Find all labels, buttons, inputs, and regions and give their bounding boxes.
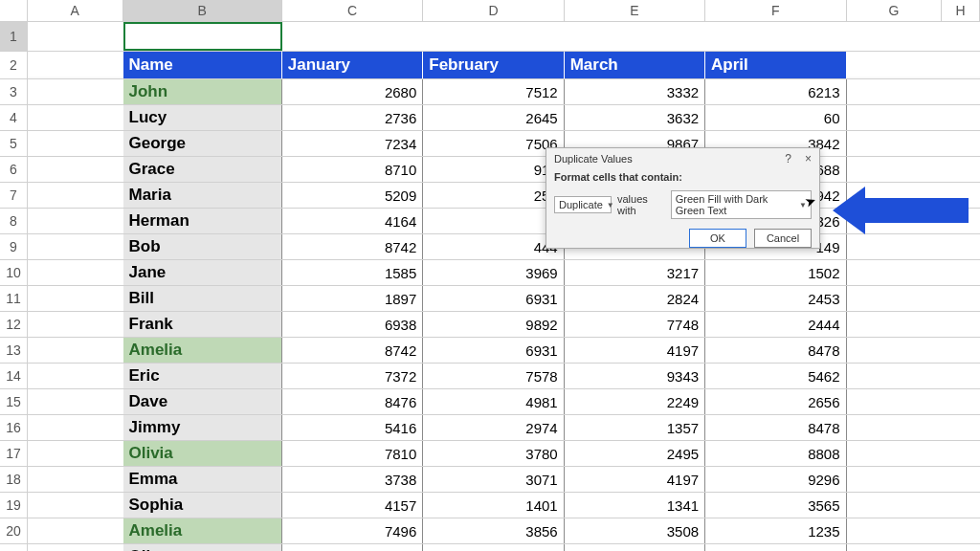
data-cell[interactable]: 4981 <box>423 389 564 414</box>
header-feb[interactable]: February <box>423 52 564 78</box>
cell[interactable] <box>847 234 943 259</box>
data-cell[interactable]: 7748 <box>565 312 705 337</box>
row-header[interactable]: 10 <box>0 260 28 285</box>
cell[interactable] <box>942 493 980 518</box>
cell[interactable] <box>28 183 123 208</box>
data-cell[interactable]: 9296 <box>705 467 846 492</box>
name-cell[interactable]: Bob <box>123 234 282 259</box>
cell[interactable] <box>28 364 123 388</box>
row-header[interactable]: 21 <box>0 544 28 551</box>
cell[interactable] <box>847 157 943 182</box>
cell[interactable] <box>847 338 943 363</box>
data-cell[interactable]: 2761 <box>705 544 846 551</box>
data-cell[interactable]: 2249 <box>565 389 705 414</box>
name-cell[interactable]: Lucy <box>123 105 282 130</box>
row-header[interactable]: 7 <box>0 183 28 208</box>
data-cell[interactable]: 910 <box>423 157 564 182</box>
row-header[interactable]: 19 <box>0 493 28 518</box>
name-cell[interactable]: George <box>123 131 282 156</box>
data-cell[interactable]: 2824 <box>565 286 705 311</box>
data-cell[interactable]: 3332 <box>565 79 705 104</box>
cell[interactable] <box>942 234 980 259</box>
data-cell[interactable]: 8808 <box>705 441 846 466</box>
cell[interactable] <box>28 389 123 414</box>
data-cell[interactable]: 4197 <box>565 338 705 363</box>
data-cell[interactable]: 3508 <box>565 518 705 543</box>
cell[interactable] <box>847 389 943 414</box>
cell[interactable] <box>942 389 980 414</box>
cell[interactable] <box>847 493 943 518</box>
ok-button[interactable]: OK <box>689 229 746 248</box>
data-cell[interactable]: 2453 <box>705 286 846 311</box>
row-header[interactable]: 8 <box>0 209 28 233</box>
data-cell[interactable]: 1357 <box>565 415 705 440</box>
cell[interactable] <box>847 415 943 440</box>
data-cell[interactable]: 3738 <box>282 467 423 492</box>
cell[interactable] <box>847 518 943 543</box>
cell[interactable] <box>942 364 980 388</box>
cell[interactable] <box>942 157 980 182</box>
format-dropdown[interactable]: Green Fill with Dark Green Text ▼ ➤ <box>671 190 812 219</box>
cell[interactable] <box>847 441 943 466</box>
col-header-B[interactable]: B <box>123 0 282 21</box>
row-header[interactable]: 20 <box>0 518 28 543</box>
data-cell[interactable]: 2495 <box>565 441 705 466</box>
cell[interactable] <box>942 338 980 363</box>
name-cell[interactable]: Olivia <box>123 441 282 466</box>
data-cell[interactable]: 9710 <box>282 544 423 551</box>
data-cell[interactable]: 6213 <box>705 79 846 104</box>
row-header-1[interactable]: 1 <box>0 22 28 51</box>
cell[interactable] <box>28 312 123 337</box>
cell[interactable] <box>28 338 123 363</box>
cell-H2[interactable] <box>942 52 980 77</box>
data-cell[interactable]: 4164 <box>282 209 423 233</box>
cell-G2[interactable] <box>847 52 943 77</box>
data-cell[interactable]: 444 <box>423 234 564 259</box>
header-apr[interactable]: April <box>705 52 846 78</box>
name-cell[interactable]: Oliver <box>123 544 282 551</box>
cell[interactable] <box>942 79 980 104</box>
data-cell[interactable]: 7372 <box>282 364 423 388</box>
row-header[interactable]: 16 <box>0 415 28 440</box>
data-cell[interactable]: 3780 <box>423 441 564 466</box>
data-cell[interactable]: 3969 <box>423 260 564 285</box>
cell-B1-selected[interactable] <box>123 22 282 51</box>
dialog-titlebar[interactable]: Duplicate Values ? × <box>546 148 819 169</box>
data-cell[interactable]: 1585 <box>282 260 423 285</box>
data-cell[interactable]: 5209 <box>282 183 423 208</box>
cell[interactable] <box>847 79 943 104</box>
name-cell[interactable]: Amelia <box>123 338 282 363</box>
data-cell[interactable]: 1502 <box>705 260 846 285</box>
name-cell[interactable]: Dave <box>123 389 282 414</box>
name-cell[interactable]: Bill <box>123 286 282 311</box>
data-cell[interactable]: 8476 <box>282 389 423 414</box>
row-header[interactable]: 9 <box>0 234 28 259</box>
name-cell[interactable]: Maria <box>123 183 282 208</box>
data-cell[interactable]: 8478 <box>705 338 846 363</box>
row-header[interactable]: 13 <box>0 338 28 363</box>
cell[interactable] <box>28 260 123 285</box>
data-cell[interactable]: 8259 <box>423 544 564 551</box>
name-cell[interactable]: Herman <box>123 209 282 233</box>
cell[interactable] <box>28 286 123 311</box>
cell-C1[interactable] <box>282 22 423 51</box>
name-cell[interactable]: Jane <box>123 260 282 285</box>
name-cell[interactable]: Amelia <box>123 518 282 543</box>
data-cell[interactable]: 60 <box>705 105 846 130</box>
data-cell[interactable]: 1897 <box>282 286 423 311</box>
row-header[interactable]: 14 <box>0 364 28 388</box>
data-cell[interactable]: 2645 <box>423 105 564 130</box>
close-icon[interactable]: × <box>805 152 812 165</box>
cell[interactable] <box>942 286 980 311</box>
cancel-button[interactable]: Cancel <box>754 229 812 248</box>
cell[interactable] <box>847 312 943 337</box>
data-cell[interactable]: 6931 <box>423 286 564 311</box>
cell-A2[interactable] <box>28 52 123 77</box>
header-jan[interactable]: January <box>282 52 423 78</box>
cell[interactable] <box>942 415 980 440</box>
data-cell[interactable]: 7234 <box>282 131 423 156</box>
cell[interactable] <box>28 518 123 543</box>
data-cell[interactable]: 3856 <box>423 518 564 543</box>
cell-E1[interactable] <box>565 22 705 51</box>
data-cell[interactable]: 5416 <box>282 415 423 440</box>
